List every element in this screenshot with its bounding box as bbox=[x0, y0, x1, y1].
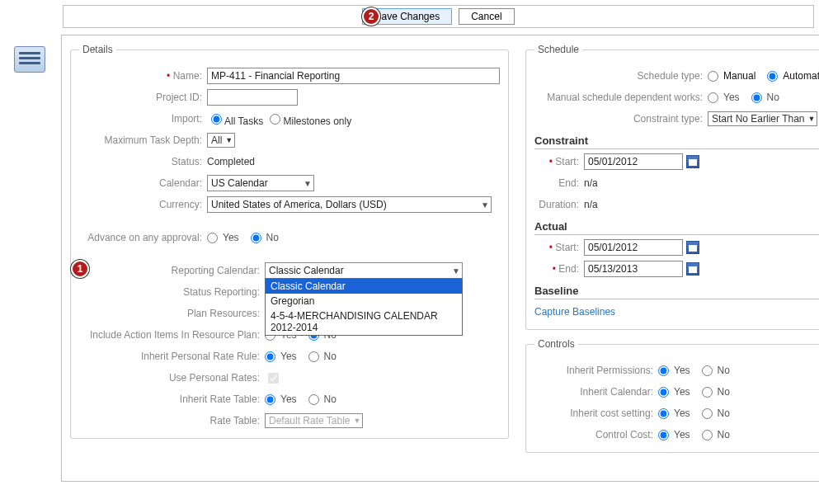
calendar-select[interactable]: US Calendar ▼ bbox=[207, 175, 314, 191]
calendar-icon[interactable] bbox=[686, 241, 699, 254]
option-gregorian[interactable]: Gregorian bbox=[266, 294, 462, 309]
radio-manual[interactable] bbox=[708, 71, 718, 82]
radio-automatic[interactable] bbox=[767, 71, 778, 82]
duration-value: n/a bbox=[584, 199, 598, 210]
currency-value: United States of America, Dollars (USD) bbox=[211, 199, 387, 210]
radio-inherit-rate-yes[interactable] bbox=[265, 394, 275, 405]
reporting-calendar-select[interactable]: Classic Calendar ▼ Classic Calendar Greg… bbox=[265, 262, 463, 279]
baseline-header: Baseline bbox=[534, 285, 819, 299]
max-task-depth-select[interactable]: All ▼ bbox=[207, 133, 235, 148]
reporting-calendar-dropdown: Classic Calendar Gregorian 4-5-4-MERCHAN… bbox=[265, 278, 463, 336]
label-inherit-personal-rate: Inherit Personal Rate Rule: bbox=[79, 351, 265, 362]
calendar-icon[interactable] bbox=[686, 262, 699, 276]
label-actual-end: End: bbox=[534, 263, 584, 275]
constraint-header: Constraint bbox=[534, 134, 819, 149]
chevron-down-icon: ▼ bbox=[481, 200, 489, 210]
chevron-down-icon: ▼ bbox=[304, 179, 312, 188]
step-badge-2: 2 bbox=[362, 7, 380, 26]
chevron-down-icon: ▼ bbox=[452, 266, 460, 276]
controls-legend: Controls bbox=[534, 338, 578, 350]
radio-perm-yes[interactable] bbox=[658, 365, 669, 376]
constraint-start-field[interactable] bbox=[584, 153, 683, 170]
label-inherit-calendar: Inherit Calendar: bbox=[534, 386, 658, 398]
radio-inherit-rate-no[interactable] bbox=[308, 394, 319, 405]
label-schedule-type: Schedule type: bbox=[534, 70, 708, 82]
label-plan-resources: Plan Resources: bbox=[79, 308, 265, 319]
radio-cal-yes[interactable] bbox=[658, 387, 669, 398]
radio-cost-no[interactable] bbox=[702, 408, 713, 419]
checkbox-use-personal-rates bbox=[268, 373, 279, 384]
details-fieldset: Details Name: Project ID: Import: All Ta… bbox=[70, 44, 509, 439]
radio-ctrlcost-no[interactable] bbox=[702, 430, 713, 440]
label-manual-dep: Manual schedule dependent works: bbox=[534, 92, 708, 103]
label-constraint-start: Start: bbox=[534, 156, 584, 167]
label-actual-start: Start: bbox=[534, 242, 584, 253]
max-task-depth-value: All bbox=[211, 134, 222, 146]
calendar-value: US Calendar bbox=[211, 177, 268, 189]
schedule-fieldset: Schedule Schedule type: Manual Automatic… bbox=[525, 44, 819, 330]
radio-personal-rate-yes[interactable] bbox=[265, 351, 275, 362]
label-currency: Currency: bbox=[79, 199, 207, 210]
step-badge-1: 1 bbox=[71, 260, 89, 278]
option-classic-calendar[interactable]: Classic Calendar bbox=[266, 279, 462, 294]
actual-header: Actual bbox=[534, 220, 819, 235]
constraint-type-value: Start No Earlier Than bbox=[712, 113, 805, 125]
currency-select[interactable]: United States of America, Dollars (USD) … bbox=[207, 196, 492, 213]
radio-personal-rate-no[interactable] bbox=[308, 351, 319, 362]
rate-table-value: Default Rate Table bbox=[269, 415, 351, 426]
label-constraint-type: Constraint type: bbox=[534, 113, 708, 125]
cancel-button[interactable]: Cancel bbox=[459, 8, 514, 25]
capture-baselines-link[interactable]: Capture Baselines bbox=[534, 306, 615, 318]
radio-advance-no[interactable] bbox=[251, 233, 261, 243]
actual-end-field[interactable] bbox=[584, 261, 683, 277]
schedule-legend: Schedule bbox=[534, 44, 582, 55]
calendar-icon[interactable] bbox=[686, 155, 699, 168]
radio-ctrlcost-yes[interactable] bbox=[658, 430, 669, 440]
label-name: Name: bbox=[79, 70, 207, 82]
radio-cost-yes[interactable] bbox=[658, 408, 669, 419]
label-control-cost: Control Cost: bbox=[534, 429, 658, 440]
label-advance: Advance on any approval: bbox=[79, 232, 207, 243]
label-inherit-permissions: Inherit Permissions: bbox=[534, 365, 658, 376]
option-454-merchandising[interactable]: 4-5-4-MERCHANDISING CALENDAR 2012-2014 bbox=[266, 309, 462, 335]
label-reporting-calendar: Reporting Calendar: bbox=[79, 265, 265, 276]
label-inherit-cost: Inherit cost setting: bbox=[534, 407, 658, 419]
icon-column bbox=[5, 35, 54, 482]
controls-fieldset: Controls Inherit Permissions: Yes No Inh… bbox=[525, 338, 819, 453]
label-import: Import: bbox=[79, 113, 207, 125]
radio-all-tasks[interactable] bbox=[211, 114, 222, 125]
label-status: Status: bbox=[79, 156, 207, 167]
label-duration: Duration: bbox=[534, 199, 584, 210]
radio-perm-no[interactable] bbox=[702, 365, 713, 376]
name-field[interactable] bbox=[207, 68, 500, 84]
label-project-id: Project ID: bbox=[79, 92, 207, 103]
radio-milestones-only[interactable] bbox=[270, 114, 280, 125]
rate-table-select[interactable]: Default Rate Table ▼ bbox=[265, 413, 363, 428]
radio-manualdep-yes[interactable] bbox=[708, 92, 718, 103]
radio-advance-yes[interactable] bbox=[207, 233, 218, 243]
main-panel: Details Name: Project ID: Import: All Ta… bbox=[61, 35, 819, 482]
document-icon[interactable] bbox=[14, 46, 45, 73]
top-toolbar: 2 Save Changes Cancel bbox=[63, 5, 814, 28]
project-id-field[interactable] bbox=[207, 89, 298, 106]
reporting-calendar-value: Classic Calendar bbox=[269, 265, 344, 276]
status-value: Completed bbox=[207, 156, 255, 167]
label-rate-table: Rate Table: bbox=[79, 415, 265, 426]
chevron-down-icon: ▼ bbox=[808, 115, 816, 123]
radio-manualdep-no[interactable] bbox=[751, 92, 762, 103]
details-legend: Details bbox=[79, 44, 116, 55]
constraint-type-select[interactable]: Start No Earlier Than ▼ bbox=[708, 111, 817, 126]
chevron-down-icon: ▼ bbox=[225, 136, 233, 144]
actual-start-field[interactable] bbox=[584, 239, 683, 256]
label-max-task-depth: Maximum Task Depth: bbox=[79, 134, 207, 146]
constraint-end-value: n/a bbox=[584, 177, 598, 189]
label-inherit-rate-table: Inherit Rate Table: bbox=[79, 393, 265, 405]
label-constraint-end: End: bbox=[534, 177, 584, 189]
label-include-action-items: Include Action Items In Resource Plan: bbox=[79, 329, 265, 341]
label-status-reporting: Status Reporting: bbox=[79, 286, 265, 298]
label-calendar: Calendar: bbox=[79, 177, 207, 189]
radio-cal-no[interactable] bbox=[702, 387, 713, 398]
chevron-down-icon: ▼ bbox=[354, 417, 361, 425]
import-options: All Tasks Milestones only bbox=[207, 111, 351, 127]
label-use-personal-rates: Use Personal Rates: bbox=[79, 372, 265, 384]
